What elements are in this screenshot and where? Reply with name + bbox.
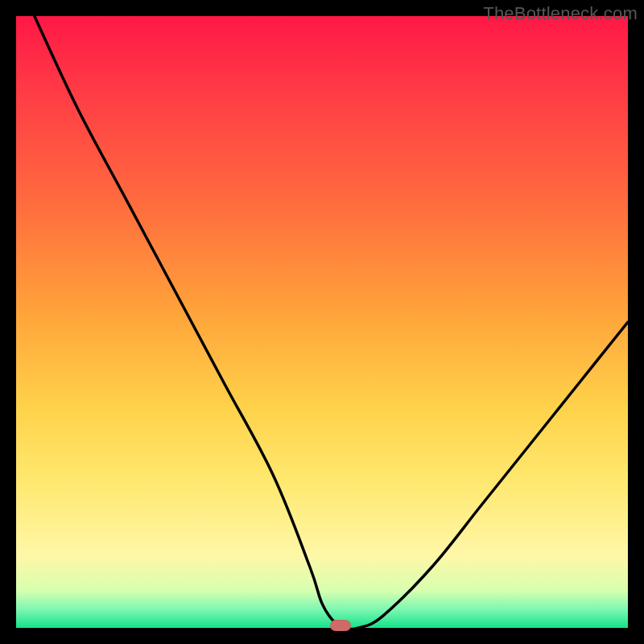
plot-area <box>16 16 628 628</box>
chart-frame: TheBottleneck.com <box>0 0 644 644</box>
watermark-text: TheBottleneck.com <box>483 3 638 24</box>
optimum-marker <box>330 620 351 631</box>
curve-path <box>35 16 628 628</box>
bottleneck-curve <box>16 16 628 628</box>
